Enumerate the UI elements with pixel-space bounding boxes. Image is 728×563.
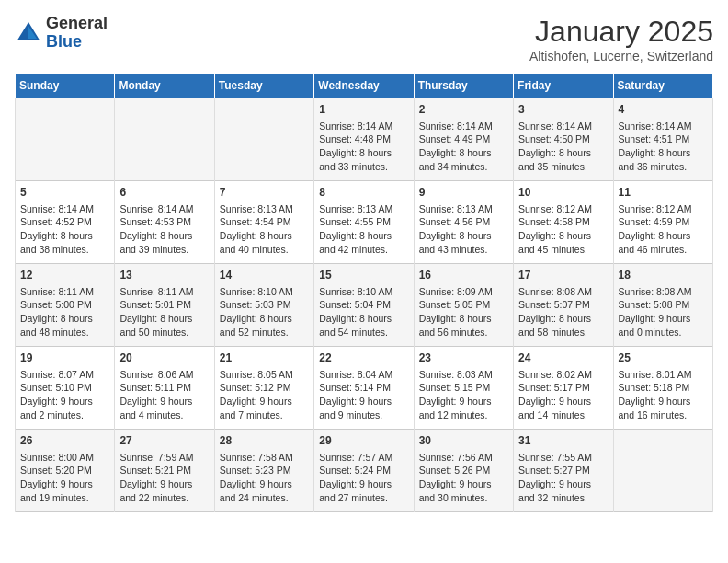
day-info: Sunrise: 8:14 AMSunset: 4:49 PMDaylight:…	[419, 120, 508, 174]
logo-general: General	[46, 15, 108, 33]
calendar-cell: 16Sunrise: 8:09 AMSunset: 5:05 PMDayligh…	[414, 264, 513, 347]
calendar-cell: 21Sunrise: 8:05 AMSunset: 5:12 PMDayligh…	[214, 347, 313, 430]
location: Altishofen, Lucerne, Switzerland	[529, 49, 713, 63]
calendar-cell: 18Sunrise: 8:08 AMSunset: 5:08 PMDayligh…	[613, 264, 712, 347]
day-info: Sunrise: 8:12 AMSunset: 4:58 PMDaylight:…	[518, 202, 608, 257]
calendar-cell: 17Sunrise: 8:08 AMSunset: 5:07 PMDayligh…	[514, 264, 613, 347]
day-number: 9	[419, 185, 508, 201]
day-info: Sunrise: 8:10 AMSunset: 5:04 PMDaylight:…	[319, 285, 408, 339]
calendar-week-row: 1Sunrise: 8:14 AMSunset: 4:48 PMDaylight…	[16, 98, 713, 181]
day-number: 20	[119, 350, 209, 366]
day-number: 18	[619, 268, 708, 283]
calendar-cell: 12Sunrise: 8:11 AMSunset: 5:00 PMDayligh…	[16, 264, 115, 347]
day-number: 31	[518, 433, 608, 449]
day-number: 2	[419, 102, 508, 118]
day-number: 25	[619, 350, 708, 366]
day-info: Sunrise: 8:11 AMSunset: 5:01 PMDaylight:…	[119, 285, 209, 339]
calendar-week-row: 19Sunrise: 8:07 AMSunset: 5:10 PMDayligh…	[16, 347, 713, 430]
calendar-cell: 13Sunrise: 8:11 AMSunset: 5:01 PMDayligh…	[115, 264, 214, 347]
day-number: 19	[20, 350, 109, 366]
day-number: 11	[619, 185, 708, 201]
calendar-cell: 24Sunrise: 8:02 AMSunset: 5:17 PMDayligh…	[514, 347, 613, 430]
day-number: 13	[119, 268, 209, 283]
weekday-header-thursday: Thursday	[414, 74, 513, 98]
calendar-week-row: 26Sunrise: 8:00 AMSunset: 5:20 PMDayligh…	[16, 430, 713, 512]
calendar-cell: 14Sunrise: 8:10 AMSunset: 5:03 PMDayligh…	[214, 264, 313, 347]
day-number: 10	[518, 185, 608, 201]
day-number: 22	[319, 350, 408, 366]
calendar-cell: 6Sunrise: 8:14 AMSunset: 4:53 PMDaylight…	[115, 181, 214, 264]
calendar-cell	[613, 430, 712, 512]
calendar-cell: 28Sunrise: 7:58 AMSunset: 5:23 PMDayligh…	[214, 430, 313, 512]
weekday-header-saturday: Saturday	[613, 74, 712, 98]
logo-text: General Blue	[46, 15, 108, 52]
day-info: Sunrise: 8:03 AMSunset: 5:15 PMDaylight:…	[419, 368, 508, 422]
calendar-cell	[115, 98, 214, 181]
day-number: 23	[419, 350, 508, 366]
calendar-cell: 7Sunrise: 8:13 AMSunset: 4:54 PMDaylight…	[214, 181, 313, 264]
day-info: Sunrise: 8:14 AMSunset: 4:50 PMDaylight:…	[518, 120, 608, 174]
day-info: Sunrise: 8:10 AMSunset: 5:03 PMDaylight:…	[220, 285, 309, 339]
day-number: 14	[220, 268, 309, 283]
calendar-cell: 19Sunrise: 8:07 AMSunset: 5:10 PMDayligh…	[16, 347, 115, 430]
calendar-cell: 26Sunrise: 8:00 AMSunset: 5:20 PMDayligh…	[16, 430, 115, 512]
logo: General Blue	[15, 15, 108, 52]
day-info: Sunrise: 8:13 AMSunset: 4:54 PMDaylight:…	[220, 202, 309, 257]
day-info: Sunrise: 8:00 AMSunset: 5:20 PMDaylight:…	[20, 451, 109, 505]
day-number: 28	[220, 433, 309, 449]
day-info: Sunrise: 7:59 AMSunset: 5:21 PMDaylight:…	[119, 451, 209, 505]
calendar-cell: 25Sunrise: 8:01 AMSunset: 5:18 PMDayligh…	[613, 347, 712, 430]
day-number: 15	[319, 268, 408, 283]
calendar-cell	[214, 98, 313, 181]
weekday-header-row: SundayMondayTuesdayWednesdayThursdayFrid…	[16, 74, 713, 98]
calendar-cell: 11Sunrise: 8:12 AMSunset: 4:59 PMDayligh…	[613, 181, 712, 264]
calendar-cell: 9Sunrise: 8:13 AMSunset: 4:56 PMDaylight…	[414, 181, 513, 264]
day-number: 4	[619, 102, 708, 118]
weekday-header-sunday: Sunday	[16, 74, 115, 98]
day-number: 12	[20, 268, 109, 283]
logo-icon	[15, 19, 42, 47]
calendar-cell: 2Sunrise: 8:14 AMSunset: 4:49 PMDaylight…	[414, 98, 513, 181]
calendar-week-row: 5Sunrise: 8:14 AMSunset: 4:52 PMDaylight…	[16, 181, 713, 264]
calendar-table: SundayMondayTuesdayWednesdayThursdayFrid…	[15, 73, 713, 512]
day-info: Sunrise: 8:08 AMSunset: 5:08 PMDaylight:…	[619, 285, 708, 339]
calendar-cell: 31Sunrise: 7:55 AMSunset: 5:27 PMDayligh…	[514, 430, 613, 512]
calendar-cell: 23Sunrise: 8:03 AMSunset: 5:15 PMDayligh…	[414, 347, 513, 430]
day-info: Sunrise: 8:14 AMSunset: 4:51 PMDaylight:…	[619, 120, 708, 174]
page-header: General Blue January 2025 Altishofen, Lu…	[15, 15, 713, 63]
calendar-cell: 4Sunrise: 8:14 AMSunset: 4:51 PMDaylight…	[613, 98, 712, 181]
day-info: Sunrise: 8:05 AMSunset: 5:12 PMDaylight:…	[220, 368, 309, 422]
weekday-header-friday: Friday	[514, 74, 613, 98]
day-number: 29	[319, 433, 408, 449]
day-number: 3	[518, 102, 608, 118]
weekday-header-monday: Monday	[115, 74, 214, 98]
day-info: Sunrise: 8:01 AMSunset: 5:18 PMDaylight:…	[619, 368, 708, 422]
day-info: Sunrise: 8:13 AMSunset: 4:55 PMDaylight:…	[319, 202, 408, 257]
logo-blue: Blue	[46, 33, 108, 52]
month-title: January 2025	[529, 15, 713, 49]
day-number: 24	[518, 350, 608, 366]
day-info: Sunrise: 8:14 AMSunset: 4:48 PMDaylight:…	[319, 120, 408, 174]
day-info: Sunrise: 8:07 AMSunset: 5:10 PMDaylight:…	[20, 368, 109, 422]
day-number: 21	[220, 350, 309, 366]
day-number: 16	[419, 268, 508, 283]
day-number: 17	[518, 268, 608, 283]
day-number: 27	[119, 433, 209, 449]
calendar-cell: 1Sunrise: 8:14 AMSunset: 4:48 PMDaylight…	[314, 98, 414, 181]
day-number: 5	[20, 185, 109, 201]
day-info: Sunrise: 8:09 AMSunset: 5:05 PMDaylight:…	[419, 285, 508, 339]
day-info: Sunrise: 8:11 AMSunset: 5:00 PMDaylight:…	[20, 285, 109, 339]
day-info: Sunrise: 8:13 AMSunset: 4:56 PMDaylight:…	[419, 202, 508, 257]
day-number: 1	[319, 102, 408, 118]
day-info: Sunrise: 8:08 AMSunset: 5:07 PMDaylight:…	[518, 285, 608, 339]
day-number: 26	[20, 433, 109, 449]
day-info: Sunrise: 8:14 AMSunset: 4:52 PMDaylight:…	[20, 202, 109, 257]
calendar-cell: 29Sunrise: 7:57 AMSunset: 5:24 PMDayligh…	[314, 430, 414, 512]
day-info: Sunrise: 8:06 AMSunset: 5:11 PMDaylight:…	[119, 368, 209, 422]
calendar-cell: 22Sunrise: 8:04 AMSunset: 5:14 PMDayligh…	[314, 347, 414, 430]
day-number: 6	[119, 185, 209, 201]
calendar-cell: 27Sunrise: 7:59 AMSunset: 5:21 PMDayligh…	[115, 430, 214, 512]
calendar-cell: 15Sunrise: 8:10 AMSunset: 5:04 PMDayligh…	[314, 264, 414, 347]
calendar-cell: 20Sunrise: 8:06 AMSunset: 5:11 PMDayligh…	[115, 347, 214, 430]
calendar-cell: 8Sunrise: 8:13 AMSunset: 4:55 PMDaylight…	[314, 181, 414, 264]
